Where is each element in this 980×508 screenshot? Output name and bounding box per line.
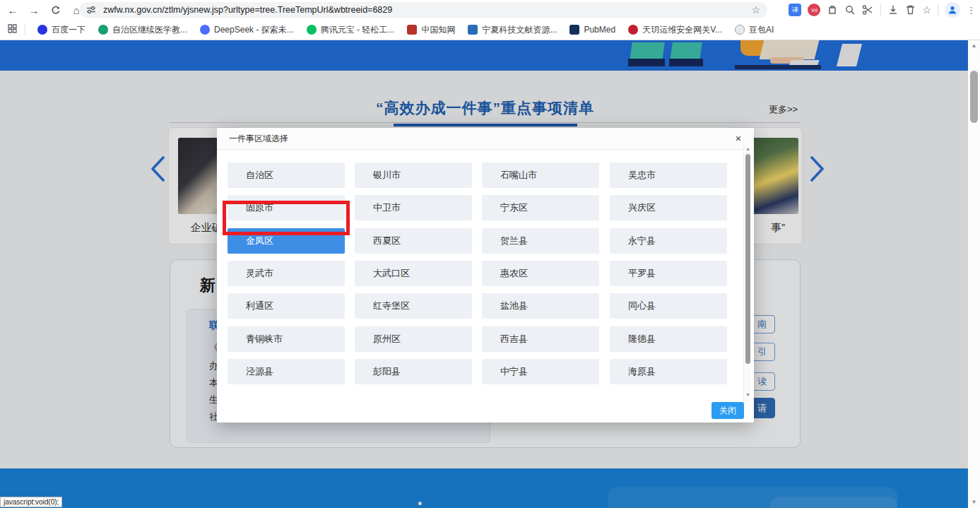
bookmark-label: 宁夏科技文献资源... [482,24,557,36]
region-button[interactable]: 灵武市 [228,261,345,286]
translate-extension-icon[interactable]: 译 [789,4,801,16]
trash-icon[interactable] [905,4,916,16]
toolbar-separator-2 [938,4,938,16]
bookmark-star-icon[interactable]: ☆ [751,4,760,16]
scroll-up-icon[interactable]: ▲ [744,146,752,151]
dialog-title: 一件事区域选择 [229,133,288,145]
person-icon [947,5,957,15]
bookmark-label: 中国知网 [421,24,455,36]
region-button[interactable]: 银川市 [355,163,472,188]
bookmark-item[interactable]: 腾讯元宝 - 轻松工... [300,22,401,37]
bookmark-label: 腾讯元宝 - 轻松工... [321,24,395,36]
browser-window: ← → ⌂ zwfw.nx.gov.cn/ztlm/yjsnew.jsp?url… [0,0,980,508]
region-button[interactable]: 海原县 [610,359,727,384]
region-grid: 自治区银川市石嘴山市吴忠市固原市中卫市宁东区兴庆区金凤区西夏区贺兰县永宁县灵武市… [217,150,743,403]
region-button[interactable]: 中宁县 [482,359,599,384]
bookmark-favicon [628,25,638,35]
bookmark-favicon [468,25,478,35]
download-icon[interactable] [887,4,899,16]
bookmark-item[interactable]: DeepSeek - 探索未... [194,22,300,37]
scissors-extension-icon[interactable] [862,4,874,16]
bookmarks-separator [25,24,25,35]
region-button[interactable]: 利通区 [228,293,345,319]
region-button[interactable]: 青铜峡市 [228,326,345,352]
forward-icon[interactable]: → [25,1,42,18]
reload-glyph [50,5,61,16]
bookmark-label: 豆包AI [749,24,774,36]
bookmark-item[interactable]: 百度一下 [31,22,92,37]
bookmark-item[interactable]: 自治区继续医学教... [92,22,194,37]
back-icon[interactable]: ← [4,1,21,18]
region-button[interactable]: 永宁县 [610,228,727,254]
region-button[interactable]: 固原市 [228,195,345,220]
bookmark-label: DeepSeek - 探索未... [214,24,294,36]
bookmark-label: PubMed [584,25,615,35]
region-button[interactable]: 西夏区 [355,228,472,254]
region-button[interactable]: 盐池县 [482,293,599,319]
region-button[interactable]: 彭阳县 [355,359,472,384]
browser-scrollbar[interactable]: ▲ ▼ [968,40,980,508]
region-button[interactable]: 泾源县 [228,359,345,384]
status-bar-link: javascript:void(0); [0,497,62,507]
extension-strip: 译 Vd ☆ ⋮ [789,1,976,18]
dialog-scrollbar[interactable]: ▲ ▼ [743,145,751,403]
region-button[interactable]: 自治区 [228,163,345,188]
region-button[interactable]: 中卫市 [355,195,472,220]
region-button[interactable]: 原州区 [355,326,472,352]
bookmark-favicon [735,25,745,35]
url-text[interactable]: zwfw.nx.gov.cn/ztlm/yjsnew.jsp?urltype=t… [103,5,751,15]
region-button[interactable]: 隆德县 [610,326,727,352]
bookmark-favicon [37,25,47,35]
scroll-down-icon[interactable]: ▼ [744,392,752,397]
region-button[interactable]: 宁东区 [482,195,599,220]
reload-icon[interactable] [47,1,64,18]
bookmark-item[interactable]: PubMed [563,22,622,37]
toolbar-separator [880,4,881,16]
bookmark-favicon [307,25,317,35]
region-button[interactable]: 惠农区 [482,261,599,286]
search-extension-icon[interactable] [844,4,856,16]
bookmark-label: 天玥运维安全网关V... [642,24,722,36]
favorites-icon[interactable]: ☆ [922,4,931,16]
region-button[interactable]: 红寺堡区 [355,293,472,319]
page-scroll-down-icon[interactable]: ▼ [968,499,980,505]
bookmark-item[interactable]: 宁夏科技文献资源... [461,22,563,37]
dialog-scroll-thumb[interactable] [745,154,750,364]
bookmark-favicon [200,25,210,35]
close-icon[interactable]: × [731,131,745,146]
region-select-dialog: 一件事区域选择 × 自治区银川市石嘴山市吴忠市固原市中卫市宁东区兴庆区金凤区西夏… [217,128,754,423]
page-scroll-up-icon[interactable]: ▲ [968,42,980,49]
browser-scroll-thumb[interactable] [970,71,978,123]
bookmark-favicon [98,25,108,35]
region-button[interactable]: 兴庆区 [610,195,727,220]
browser-toolbar: ← → ⌂ zwfw.nx.gov.cn/ztlm/yjsnew.jsp?url… [0,0,980,20]
region-button[interactable]: 贺兰县 [482,228,599,254]
vd-extension-icon[interactable]: Vd [808,4,820,16]
region-button[interactable]: 西吉县 [482,326,599,352]
site-info-icon[interactable] [86,5,96,15]
region-button[interactable]: 吴忠市 [610,163,727,188]
bookmarks-list: 百度一下自治区继续医学教...DeepSeek - 探索未...腾讯元宝 - 轻… [31,22,780,37]
bookmark-item[interactable]: 中国知网 [401,22,461,37]
menu-kebab-icon[interactable]: ⋮ [967,5,976,16]
bookmark-label: 百度一下 [52,24,85,36]
apps-grid-icon[interactable] [7,23,18,37]
bookmark-item[interactable]: 豆包AI [728,22,780,37]
bookmark-favicon [407,25,417,35]
region-button[interactable]: 金凤区 [228,228,345,254]
close-button[interactable]: 关闭 [712,402,744,419]
profile-avatar[interactable] [945,2,960,18]
region-button[interactable]: 同心县 [610,293,727,319]
address-bar[interactable]: zwfw.nx.gov.cn/ztlm/yjsnew.jsp?urltype=t… [79,2,767,18]
region-button[interactable]: 大武口区 [355,261,472,286]
bookmark-label: 自治区继续医学教... [112,24,187,36]
bookmark-item[interactable]: 天玥运维安全网关V... [622,22,728,37]
clipper-extension-icon[interactable] [827,4,838,16]
bookmarks-bar: 百度一下自治区继续医学教...DeepSeek - 探索未...腾讯元宝 - 轻… [0,20,980,40]
dialog-header: 一件事区域选择 × [217,128,754,150]
bookmark-favicon [569,25,579,35]
region-button[interactable]: 石嘴山市 [482,163,599,188]
region-button[interactable]: 平罗县 [610,261,727,286]
